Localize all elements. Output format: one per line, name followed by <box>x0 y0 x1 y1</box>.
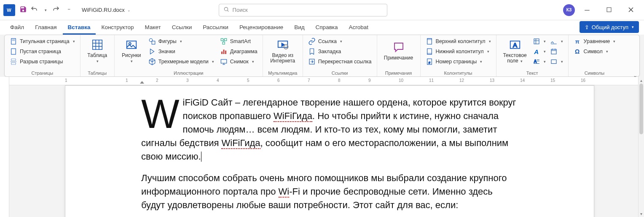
pagenum-button[interactable]: #Номер страницы▾ <box>424 57 493 66</box>
scroll-up-button[interactable]: ▴ <box>639 77 644 84</box>
document-title[interactable]: WiFiGiD.RU.docx⌄ <box>82 7 131 13</box>
crossref-button[interactable]: Перекрестная ссылка <box>306 57 373 66</box>
spell-error[interactable]: Wi <box>279 186 290 198</box>
cover-page-button[interactable]: Титульная страница▾ <box>8 37 77 46</box>
paragraph-2[interactable]: Лучшим способом собрать очень много помо… <box>141 171 518 212</box>
page-break-button[interactable]: Разрыв страницы <box>8 57 77 66</box>
svg-rect-4 <box>11 49 16 54</box>
document-area: 112345678910111213141516 WiFiGiD Сайт – … <box>9 77 644 217</box>
3d-models-button[interactable]: Трехмерные модели▾ <box>147 57 216 66</box>
header-button[interactable]: Верхний колонтитул▾ <box>424 37 493 46</box>
redo-icon <box>52 5 60 15</box>
minimize-button[interactable]: ─ <box>577 2 597 19</box>
tab-home[interactable]: Главная <box>30 22 62 35</box>
share-button[interactable]: ⇪Общий доступ▾ <box>580 21 639 33</box>
object-button[interactable]: ▾ <box>548 57 565 66</box>
equation-button[interactable]: πУравнение▾ <box>572 37 617 46</box>
blank-page-button[interactable]: Пустая страница <box>8 47 77 56</box>
group-media-label: Мультимедиа <box>266 70 299 76</box>
scrollbar-thumb[interactable] <box>639 84 643 134</box>
signature-icon <box>550 38 558 45</box>
footer-button[interactable]: Нижний колонтитул▾ <box>424 47 493 56</box>
share-icon: ⇪ <box>585 24 589 30</box>
link-button[interactable]: Ссылка▾ <box>306 37 373 46</box>
search-icon <box>223 6 229 14</box>
tab-view[interactable]: Вид <box>289 22 309 35</box>
document-body[interactable]: WiFiGiD Сайт – легендарное творение наше… <box>141 96 518 217</box>
spell-error[interactable]: WiFiГида <box>221 138 260 149</box>
undo-button[interactable] <box>29 5 40 16</box>
icons-icon <box>148 48 156 55</box>
tab-references[interactable]: Ссылки <box>167 22 197 35</box>
chart-button[interactable]: Диаграмма <box>218 47 259 56</box>
close-button[interactable] <box>621 2 641 19</box>
smartart-button[interactable]: SmartArt <box>218 37 259 46</box>
blank-page-icon <box>10 48 17 55</box>
symbol-icon: Ω <box>574 48 581 55</box>
svg-rect-23 <box>427 53 432 54</box>
svg-rect-14 <box>223 50 224 54</box>
comment-button[interactable]: Примечание <box>381 37 417 65</box>
shapes-button[interactable]: Фигуры▾ <box>147 37 216 46</box>
tab-design[interactable]: Конструктор <box>97 22 139 35</box>
textbox-button[interactable]: AТекстовое поле ▾ <box>500 37 530 65</box>
tab-help[interactable]: Справка <box>311 22 343 35</box>
svg-rect-3 <box>12 40 15 41</box>
screenshot-button[interactable]: Снимок▾ <box>218 57 259 66</box>
page-break-icon <box>10 58 17 65</box>
ruler-tick: 12 <box>459 78 464 83</box>
bookmark-button[interactable]: Закладка <box>306 47 373 56</box>
wordart-button[interactable]: A▾ <box>531 47 547 56</box>
svg-rect-12 <box>223 42 225 44</box>
ruler-tick: 3 <box>186 78 189 83</box>
titlebar: W ▾ ⁼ WiFiGiD.RU.docx⌄ Поиск КЗ ─ <box>0 0 644 20</box>
workspace: 112345678910111213141516 WiFiGiD Сайт – … <box>0 77 644 217</box>
user-avatar[interactable]: КЗ <box>563 4 575 16</box>
undo-dropdown[interactable]: ▾ <box>40 5 51 16</box>
group-symbols-label: Символы <box>572 70 617 76</box>
paragraph-1[interactable]: WiFiGiD Сайт – легендарное творение наше… <box>141 96 518 163</box>
smartart-icon <box>220 38 228 45</box>
pictures-button[interactable]: Рисунки▾ <box>118 37 145 65</box>
spell-error[interactable]: WiFiГида <box>274 111 312 122</box>
maximize-button[interactable] <box>599 2 619 19</box>
maximize-icon <box>606 6 612 14</box>
footer-icon <box>426 48 433 55</box>
tab-layout[interactable]: Макет <box>140 22 166 35</box>
indent-marker[interactable] <box>140 81 144 84</box>
online-video-button[interactable]: Видео из Интернета <box>266 37 299 65</box>
tab-review[interactable]: Рецензирование <box>234 22 288 35</box>
text-cursor <box>201 152 201 162</box>
ruler-tick: 13 <box>490 78 494 83</box>
scroll-down-button[interactable]: ▾ <box>639 210 644 217</box>
signature-button[interactable]: ▾ <box>548 37 565 46</box>
vertical-scrollbar[interactable]: ▴ ▾ <box>638 77 644 217</box>
group-comments-label: Примечания <box>381 70 417 76</box>
vertical-ruler[interactable] <box>0 77 9 217</box>
header-icon <box>426 38 433 45</box>
redo-button[interactable] <box>51 5 62 16</box>
tab-mailings[interactable]: Рассылки <box>198 22 233 35</box>
textbox-icon: A <box>509 38 521 51</box>
save-button[interactable] <box>18 5 29 16</box>
group-headers: Верхний колонтитул▾ Нижний колонтитул▾ #… <box>421 35 496 76</box>
group-illus-label: Иллюстрации <box>118 70 259 76</box>
quickparts-button[interactable]: ▾ <box>531 37 547 46</box>
horizontal-ruler[interactable]: 112345678910111213141516 <box>9 77 644 85</box>
pictures-icon <box>125 38 138 51</box>
tab-file[interactable]: Файл <box>5 22 29 35</box>
page[interactable]: WiFiGiD Сайт – легендарное творение наше… <box>65 85 594 217</box>
symbol-button[interactable]: ΩСимвол▾ <box>572 47 617 56</box>
ruler-tick: 2 <box>156 78 158 83</box>
group-symbols: πУравнение▾ ΩСимвол▾ Символы <box>569 35 621 76</box>
tab-acrobat[interactable]: Acrobat <box>344 22 374 35</box>
search-input[interactable]: Поиск <box>219 4 387 16</box>
qat-customize[interactable]: ⁼ <box>63 5 74 16</box>
icons-button[interactable]: Значки <box>147 47 216 56</box>
table-button[interactable]: Таблица▾ <box>84 37 111 65</box>
minimize-icon: ─ <box>585 6 589 14</box>
table-icon <box>91 38 104 51</box>
datetime-button[interactable] <box>548 47 565 56</box>
tab-insert[interactable]: Вставка <box>63 22 96 35</box>
dropcap-button[interactable]: A▾ <box>531 57 547 66</box>
